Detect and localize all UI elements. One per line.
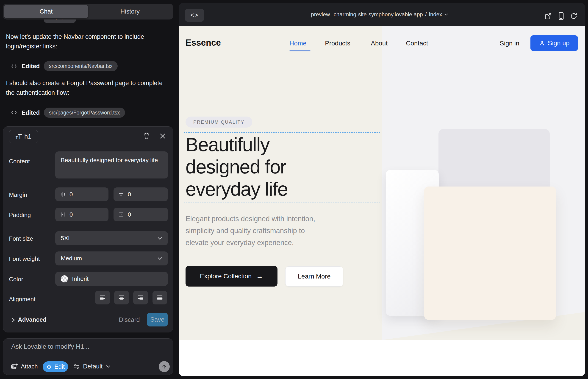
tab-chat[interactable]: Chat [4, 5, 88, 18]
composer-input[interactable] [11, 343, 162, 350]
mode-selector[interactable]: Default [73, 363, 110, 370]
nav-link-contact[interactable]: Contact [406, 40, 428, 47]
tag-name: h1 [24, 133, 31, 140]
chat-message: I should also create a Forgot Password p… [6, 78, 164, 97]
chevron-down-icon [157, 237, 162, 240]
sidebar: · · Chat History Now let's update the Na… [0, 0, 178, 379]
margin-x-input[interactable] [69, 191, 93, 198]
refresh-icon[interactable] [570, 12, 577, 20]
align-center-button[interactable] [114, 291, 129, 304]
arrow-right-icon: → [256, 272, 263, 280]
color-value: Inherit [72, 275, 89, 283]
padding-x-field[interactable] [55, 208, 108, 221]
chat-composer: Attach Edit [3, 338, 173, 375]
padding-x-input[interactable] [69, 211, 93, 218]
font-weight-label: Font weight [9, 255, 40, 262]
padding-label: Padding [9, 211, 31, 219]
color-swatch [61, 275, 68, 283]
padding-vertical-icon [118, 211, 124, 218]
selected-heading-outline[interactable]: Beautifully designed for everyday life [184, 132, 380, 203]
nav-link-about[interactable]: About [371, 40, 387, 47]
advanced-toggle[interactable]: Advanced [18, 316, 46, 323]
font-size-label: Font size [9, 235, 33, 242]
margin-y-field[interactable] [113, 188, 168, 201]
signup-label: Sign up [548, 39, 570, 47]
signin-link[interactable]: Sign in [500, 40, 519, 47]
selected-element-tag[interactable]: тT h1 [9, 130, 38, 143]
sliders-icon [73, 363, 80, 370]
attach-image-icon [11, 363, 18, 370]
discard-button[interactable]: Discard [119, 316, 140, 323]
close-panel-icon[interactable] [159, 133, 166, 140]
chevron-down-icon [106, 365, 110, 368]
site-logo[interactable]: Essence [186, 38, 221, 48]
edited-file-row: Edited src/pages/ForgotPassword.tsx [11, 108, 125, 118]
app-window: · · Chat History Now let's update the Na… [0, 0, 588, 379]
edit-mode-pill[interactable]: Edit [43, 361, 68, 372]
type-icon: тT [15, 133, 22, 141]
margin-horizontal-icon [60, 191, 66, 197]
element-editor-panel: тT h1 Content Beautifully designed for e… [3, 126, 173, 332]
padding-y-field[interactable] [113, 208, 168, 221]
delete-element-button[interactable] [143, 132, 150, 140]
sidebar-tabbar: Chat History [3, 4, 173, 19]
explore-collection-label: Explore Collection [200, 272, 252, 280]
content-input[interactable]: Beautifully designed for everyday life [55, 151, 168, 178]
chat-message: Now let's update the Navbar component to… [6, 32, 164, 51]
explore-collection-button[interactable]: Explore Collection → [186, 266, 278, 286]
attach-label: Attach [21, 363, 38, 370]
align-right-button[interactable] [133, 291, 148, 304]
chevron-right-icon [12, 317, 15, 323]
color-label: Color [9, 276, 23, 283]
code-icon [11, 63, 17, 69]
edited-label: Edited [22, 63, 40, 70]
url-host: preview--charming-site-symphony.lovable.… [311, 11, 423, 18]
font-size-value: 5XL [61, 235, 71, 242]
chevron-down-icon [444, 13, 448, 16]
padding-y-input[interactable] [128, 211, 151, 218]
url-divider: / [425, 11, 427, 18]
padding-horizontal-icon [60, 211, 66, 218]
alignment-label: Alignment [9, 296, 35, 303]
code-icon [11, 110, 17, 116]
send-button[interactable] [159, 361, 170, 372]
margin-label: Margin [9, 191, 27, 198]
font-size-select[interactable]: 5XL [55, 231, 168, 245]
nav-link-products[interactable]: Products [325, 40, 350, 47]
margin-vertical-icon [118, 191, 124, 197]
target-icon [46, 364, 52, 370]
nav-home-underline [289, 50, 310, 51]
content-label: Content [9, 158, 30, 165]
mode-label: Default [83, 363, 103, 370]
edited-file-row: Edited src/components/Navbar.tsx [11, 61, 118, 71]
save-button[interactable]: Save [147, 313, 168, 327]
url-page: index [429, 11, 442, 18]
edited-label: Edited [22, 109, 40, 116]
preview-browser-frame: <> preview--charming-site-symphony.lovab… [179, 3, 585, 376]
font-weight-select[interactable]: Medium [55, 252, 168, 266]
hero-heading-line: everyday life [186, 178, 380, 200]
edited-file-chip[interactable]: src/pages/ForgotPassword.tsx [44, 108, 125, 118]
color-select[interactable]: Inherit [55, 272, 168, 286]
nav-link-home[interactable]: Home [289, 40, 307, 47]
margin-y-input[interactable] [128, 191, 151, 198]
premium-quality-badge: PREMIUM QUALITY [186, 117, 252, 127]
attach-button[interactable]: Attach [11, 363, 38, 370]
hero-heading-line: Beautifully [186, 134, 380, 156]
mobile-view-icon[interactable] [558, 12, 565, 20]
font-weight-value: Medium [61, 255, 82, 262]
edited-file-chip[interactable]: src/components/Navbar.tsx [44, 61, 117, 71]
align-left-button[interactable] [95, 291, 110, 304]
url-bar[interactable]: preview--charming-site-symphony.lovable.… [248, 11, 511, 18]
edit-label: Edit [54, 363, 65, 370]
margin-x-field[interactable] [55, 188, 108, 201]
align-justify-button[interactable] [153, 291, 167, 304]
tab-history[interactable]: History [88, 5, 172, 18]
code-view-toggle[interactable]: <> [185, 9, 204, 22]
open-external-icon[interactable] [544, 12, 552, 20]
hero-heading-line: designed for [186, 156, 380, 178]
learn-more-button[interactable]: Learn More [285, 266, 343, 286]
signup-button[interactable]: Sign up [530, 35, 578, 51]
person-icon [539, 40, 545, 46]
chevron-down-icon [157, 257, 162, 260]
